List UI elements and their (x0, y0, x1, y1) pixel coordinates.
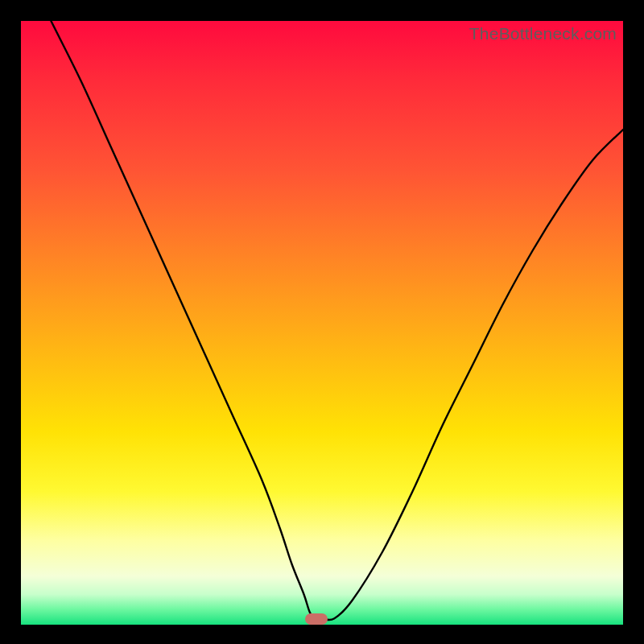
plot-area: TheBottleneck.com (21, 21, 623, 625)
bottleneck-curve (21, 21, 623, 625)
optimum-marker (305, 613, 328, 625)
chart-frame: TheBottleneck.com (0, 0, 644, 644)
watermark-text: TheBottleneck.com (469, 24, 617, 43)
